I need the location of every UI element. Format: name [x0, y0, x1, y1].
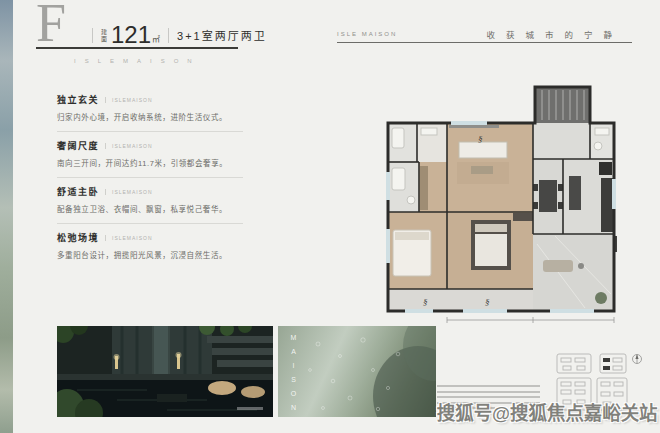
brand-letterspaced: ISLEMAISON: [74, 58, 201, 64]
vanity: [421, 128, 437, 135]
key-plan-unit: [614, 382, 623, 386]
landscape-photo-svg: [57, 326, 273, 417]
feature-item: 松弛场境 ISLEMAISON 多重阳台设计，拥揽阳光风景，沉浸自然生活。: [57, 224, 243, 269]
feature-item: 舒适主卧 ISLEMAISON 配备独立卫浴、衣帽间、飘窗，私享悦己奢华。: [57, 178, 243, 224]
feature-item: 独立玄关 ISLEMAISON 归家内外心境，开启收纳系统，进阶生活仪式。: [57, 86, 243, 132]
key-plan-unit: [561, 358, 571, 362]
feature-desc: 多重阳台设计，拥揽阳光风景，沉浸自然生活。: [57, 249, 243, 260]
feature-title: 松弛场境: [57, 231, 99, 244]
feature-head: 舒适主卧 ISLEMAISON: [57, 185, 243, 198]
watermark-text: 搜狐号@搜狐焦点嘉峪关站: [437, 398, 658, 425]
toilet: [407, 196, 415, 204]
highlighted-units: [603, 358, 610, 370]
divider: [92, 28, 93, 43]
disclaimer-line: [437, 385, 540, 387]
area-unit: ㎡: [152, 33, 160, 44]
floor-plan: § § §: [385, 84, 617, 330]
page: F 建面 121 ㎡ 3+1室两厅两卫 ISLEMAISON ISLE MAIS…: [0, 0, 660, 433]
key-plan-unit: [561, 382, 571, 386]
fridge: [599, 162, 612, 175]
glass-photo: MAISON: [278, 326, 436, 417]
bed-master-linen: [475, 234, 507, 266]
bench: [157, 394, 187, 402]
feature-list: 独立玄关 ISLEMAISON 归家内外心境，开启收纳系统，进阶生活仪式。 奢阔…: [57, 86, 243, 269]
guest-vanity: [595, 128, 609, 135]
wardrobe: [513, 213, 533, 221]
slogan-text: 收获城市的宁静: [486, 28, 623, 40]
feature-title: 奢阔尺度: [57, 139, 99, 152]
lounge-chair: [543, 260, 573, 272]
feature-tag: ISLEMAISON: [105, 143, 153, 149]
plant: [595, 292, 607, 304]
hall-cabinet: [420, 166, 428, 210]
key-plan-unit: [575, 390, 585, 394]
room-entry: [533, 123, 590, 159]
bed-pillows: [395, 232, 429, 240]
sofa: [459, 142, 507, 158]
feature-tag: ISLEMAISON: [105, 189, 153, 195]
key-plan-outline: [557, 354, 591, 373]
glass-photo-svg: [278, 326, 436, 417]
unit-letter: F: [36, 0, 66, 50]
guest-toilet: [594, 142, 602, 150]
side-table: [578, 263, 584, 269]
feature-title: 舒适主卧: [57, 185, 99, 198]
disclaimer-line: [437, 391, 540, 393]
feature-desc: 南向三开间，开间达约11.7米，引领都会奢享。: [57, 157, 243, 168]
key-plan-unit: [614, 392, 623, 396]
dimension-line: [447, 317, 614, 323]
key-plan-unit: [563, 366, 571, 370]
feature-head: 松弛场境 ISLEMAISON: [57, 231, 243, 244]
bed-master-pillows: [475, 224, 507, 232]
feature-desc: 归家内外心境，开启收纳系统，进阶生活仪式。: [57, 111, 243, 122]
feature-head: 奢阔尺度 ISLEMAISON: [57, 139, 243, 152]
waterfall-stream: [154, 326, 168, 374]
key-plan-unit: [601, 392, 610, 396]
key-plan-unit: [575, 358, 585, 362]
tv-console: [449, 125, 499, 128]
feature-head: 独立玄关 ISLEMAISON: [57, 93, 243, 106]
unit-spec-group: 建面 121 ㎡ 3+1室两厅两卫: [84, 22, 267, 46]
kitchen-island: [569, 176, 581, 210]
area-label: 建面: [101, 29, 109, 42]
brand-name: ISLE MAISON: [337, 31, 397, 37]
feature-tag: ISLEMAISON: [105, 97, 153, 103]
feature-title: 独立玄关: [57, 93, 99, 106]
plan-mark: §: [485, 297, 490, 307]
glass-vertical-letters: MAISON: [290, 334, 297, 417]
key-plan-unit: [613, 366, 622, 370]
top-right-rule: [337, 42, 632, 43]
plan-mark: §: [423, 297, 428, 307]
coffee-table: [471, 166, 493, 174]
shower: [392, 168, 405, 190]
key-plan-unit: [613, 358, 622, 362]
room-balcony-bottom: [388, 289, 533, 311]
key-plan-unit: [575, 382, 585, 386]
area-value: 121: [111, 24, 151, 46]
divider: [168, 28, 169, 43]
key-plan-unit: [561, 390, 571, 394]
photo-caption-mark: [237, 407, 263, 410]
left-texture-strip: [0, 0, 13, 433]
header-rule: [36, 47, 238, 49]
dining-table: [539, 180, 557, 212]
landscape-photo: [57, 326, 273, 417]
feature-item: 奢阔尺度 ISLEMAISON 南向三开间，开间达约11.7米，引领都会奢享。: [57, 132, 243, 178]
bathtub: [392, 128, 404, 148]
layout-text: 3+1室两厅两卫: [177, 27, 267, 43]
feature-desc: 配备独立卫浴、衣帽间、飘窗，私享悦己奢华。: [57, 203, 243, 214]
compass-icon: [633, 355, 642, 364]
floor-plan-svg: § § §: [385, 84, 617, 326]
plan-mark: §: [478, 134, 483, 144]
key-plan-unit: [601, 382, 610, 386]
pool-edge: [57, 374, 273, 380]
feature-tag: ISLEMAISON: [105, 235, 153, 241]
key-plan-unit: [577, 366, 585, 370]
